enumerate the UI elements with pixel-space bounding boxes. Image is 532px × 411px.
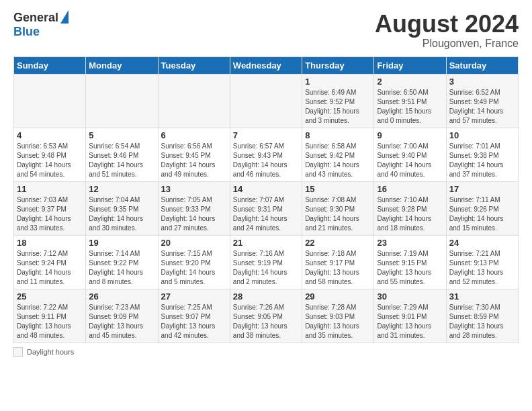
day-number: 18 bbox=[17, 238, 83, 248]
calendar-cell: 25Sunrise: 7:22 AM Sunset: 9:11 PM Dayli… bbox=[14, 289, 86, 342]
day-detail: Sunrise: 7:10 AM Sunset: 9:28 PM Dayligh… bbox=[377, 196, 431, 232]
logo-general-text: General bbox=[13, 11, 58, 25]
logo-triangle-icon bbox=[60, 10, 69, 24]
day-detail: Sunrise: 7:26 AM Sunset: 9:05 PM Dayligh… bbox=[233, 304, 287, 339]
calendar-cell bbox=[230, 74, 302, 128]
calendar-cell: 29Sunrise: 7:28 AM Sunset: 9:03 PM Dayli… bbox=[302, 289, 374, 342]
calendar-cell bbox=[86, 74, 158, 128]
calendar-cell bbox=[158, 74, 230, 128]
day-number: 22 bbox=[305, 238, 371, 248]
page: General Blue August 2024 Plougonven, Fra… bbox=[0, 0, 532, 363]
day-number: 25 bbox=[17, 291, 83, 302]
day-number: 7 bbox=[233, 130, 299, 140]
calendar-cell: 20Sunrise: 7:15 AM Sunset: 9:20 PM Dayli… bbox=[158, 235, 230, 289]
day-number: 10 bbox=[449, 130, 515, 140]
day-number: 8 bbox=[305, 130, 371, 140]
daylight-label: Daylight hours bbox=[27, 348, 74, 356]
calendar-week-row: 11Sunrise: 7:03 AM Sunset: 9:37 PM Dayli… bbox=[14, 181, 519, 235]
day-detail: Sunrise: 7:12 AM Sunset: 9:24 PM Dayligh… bbox=[17, 250, 71, 285]
location-subtitle: Plougonven, France bbox=[375, 38, 519, 50]
calendar-cell: 21Sunrise: 7:16 AM Sunset: 9:19 PM Dayli… bbox=[230, 235, 302, 289]
day-detail: Sunrise: 6:53 AM Sunset: 9:48 PM Dayligh… bbox=[17, 142, 71, 178]
day-number: 9 bbox=[377, 130, 443, 140]
day-detail: Sunrise: 7:07 AM Sunset: 9:31 PM Dayligh… bbox=[233, 196, 287, 232]
daylight-box-icon bbox=[13, 347, 23, 357]
day-detail: Sunrise: 7:29 AM Sunset: 9:01 PM Dayligh… bbox=[377, 304, 431, 339]
day-detail: Sunrise: 7:22 AM Sunset: 9:11 PM Dayligh… bbox=[17, 304, 71, 339]
day-detail: Sunrise: 6:49 AM Sunset: 9:52 PM Dayligh… bbox=[305, 89, 359, 124]
calendar-cell: 8Sunrise: 6:58 AM Sunset: 9:42 PM Daylig… bbox=[302, 128, 374, 181]
calendar-cell: 13Sunrise: 7:05 AM Sunset: 9:33 PM Dayli… bbox=[158, 181, 230, 235]
day-detail: Sunrise: 6:58 AM Sunset: 9:42 PM Dayligh… bbox=[305, 142, 359, 178]
day-detail: Sunrise: 7:14 AM Sunset: 9:22 PM Dayligh… bbox=[89, 250, 143, 285]
day-of-week-header: Friday bbox=[374, 56, 446, 74]
calendar-cell: 5Sunrise: 6:54 AM Sunset: 9:46 PM Daylig… bbox=[86, 128, 158, 181]
day-number: 21 bbox=[233, 238, 299, 248]
calendar-header-row: SundayMondayTuesdayWednesdayThursdayFrid… bbox=[14, 56, 519, 74]
calendar-cell: 28Sunrise: 7:26 AM Sunset: 9:05 PM Dayli… bbox=[230, 289, 302, 342]
day-number: 24 bbox=[449, 238, 515, 248]
day-number: 17 bbox=[449, 184, 515, 194]
calendar-cell: 7Sunrise: 6:57 AM Sunset: 9:43 PM Daylig… bbox=[230, 128, 302, 181]
title-block: August 2024 Plougonven, France bbox=[375, 11, 519, 50]
day-detail: Sunrise: 6:54 AM Sunset: 9:46 PM Dayligh… bbox=[89, 142, 143, 178]
header: General Blue August 2024 Plougonven, Fra… bbox=[13, 11, 519, 50]
day-number: 27 bbox=[161, 291, 227, 302]
day-number: 19 bbox=[89, 238, 154, 248]
day-of-week-header: Wednesday bbox=[230, 56, 302, 74]
day-detail: Sunrise: 7:16 AM Sunset: 9:19 PM Dayligh… bbox=[233, 250, 287, 285]
day-of-week-header: Tuesday bbox=[158, 56, 230, 74]
day-detail: Sunrise: 7:03 AM Sunset: 9:37 PM Dayligh… bbox=[17, 196, 71, 232]
day-detail: Sunrise: 7:00 AM Sunset: 9:40 PM Dayligh… bbox=[377, 142, 431, 178]
day-of-week-header: Saturday bbox=[446, 56, 518, 74]
footer: Daylight hours bbox=[13, 347, 519, 357]
calendar-cell: 24Sunrise: 7:21 AM Sunset: 9:13 PM Dayli… bbox=[446, 235, 518, 289]
day-of-week-header: Thursday bbox=[302, 56, 374, 74]
calendar-cell: 17Sunrise: 7:11 AM Sunset: 9:26 PM Dayli… bbox=[446, 181, 518, 235]
day-number: 1 bbox=[305, 77, 371, 87]
day-number: 3 bbox=[449, 77, 515, 87]
day-detail: Sunrise: 7:08 AM Sunset: 9:30 PM Dayligh… bbox=[305, 196, 359, 232]
calendar-cell: 18Sunrise: 7:12 AM Sunset: 9:24 PM Dayli… bbox=[14, 235, 86, 289]
day-detail: Sunrise: 6:50 AM Sunset: 9:51 PM Dayligh… bbox=[377, 89, 431, 124]
month-year-title: August 2024 bbox=[375, 11, 519, 38]
day-detail: Sunrise: 7:04 AM Sunset: 9:35 PM Dayligh… bbox=[89, 196, 143, 232]
calendar-week-row: 1Sunrise: 6:49 AM Sunset: 9:52 PM Daylig… bbox=[14, 74, 519, 128]
logo-blue-text: Blue bbox=[13, 25, 40, 39]
day-detail: Sunrise: 7:25 AM Sunset: 9:07 PM Dayligh… bbox=[161, 304, 216, 339]
day-number: 16 bbox=[377, 184, 443, 194]
calendar-cell: 26Sunrise: 7:23 AM Sunset: 9:09 PM Dayli… bbox=[86, 289, 158, 342]
day-detail: Sunrise: 7:30 AM Sunset: 8:59 PM Dayligh… bbox=[449, 304, 504, 339]
calendar-cell: 3Sunrise: 6:52 AM Sunset: 9:49 PM Daylig… bbox=[446, 74, 518, 128]
calendar-cell: 10Sunrise: 7:01 AM Sunset: 9:38 PM Dayli… bbox=[446, 128, 518, 181]
day-number: 14 bbox=[233, 184, 299, 194]
day-number: 13 bbox=[161, 184, 227, 194]
day-number: 29 bbox=[305, 291, 371, 302]
calendar-cell: 11Sunrise: 7:03 AM Sunset: 9:37 PM Dayli… bbox=[14, 181, 86, 235]
calendar-table: SundayMondayTuesdayWednesdayThursdayFrid… bbox=[13, 56, 519, 343]
calendar-cell: 12Sunrise: 7:04 AM Sunset: 9:35 PM Dayli… bbox=[86, 181, 158, 235]
calendar-cell: 2Sunrise: 6:50 AM Sunset: 9:51 PM Daylig… bbox=[374, 74, 446, 128]
calendar-week-row: 25Sunrise: 7:22 AM Sunset: 9:11 PM Dayli… bbox=[14, 289, 519, 342]
day-number: 2 bbox=[377, 77, 443, 87]
day-detail: Sunrise: 7:28 AM Sunset: 9:03 PM Dayligh… bbox=[305, 304, 359, 339]
calendar-cell: 14Sunrise: 7:07 AM Sunset: 9:31 PM Dayli… bbox=[230, 181, 302, 235]
day-detail: Sunrise: 7:18 AM Sunset: 9:17 PM Dayligh… bbox=[305, 250, 359, 285]
day-number: 26 bbox=[89, 291, 154, 302]
calendar-week-row: 18Sunrise: 7:12 AM Sunset: 9:24 PM Dayli… bbox=[14, 235, 519, 289]
calendar-cell: 27Sunrise: 7:25 AM Sunset: 9:07 PM Dayli… bbox=[158, 289, 230, 342]
day-detail: Sunrise: 7:11 AM Sunset: 9:26 PM Dayligh… bbox=[449, 196, 504, 232]
day-number: 6 bbox=[161, 130, 227, 140]
day-number: 11 bbox=[17, 184, 83, 194]
day-of-week-header: Monday bbox=[86, 56, 158, 74]
day-detail: Sunrise: 6:57 AM Sunset: 9:43 PM Dayligh… bbox=[233, 142, 287, 178]
day-number: 12 bbox=[89, 184, 154, 194]
day-number: 23 bbox=[377, 238, 443, 248]
day-number: 20 bbox=[161, 238, 227, 248]
day-detail: Sunrise: 7:21 AM Sunset: 9:13 PM Dayligh… bbox=[449, 250, 504, 285]
calendar-cell: 23Sunrise: 7:19 AM Sunset: 9:15 PM Dayli… bbox=[374, 235, 446, 289]
day-detail: Sunrise: 7:23 AM Sunset: 9:09 PM Dayligh… bbox=[89, 304, 143, 339]
calendar-cell: 16Sunrise: 7:10 AM Sunset: 9:28 PM Dayli… bbox=[374, 181, 446, 235]
calendar-cell: 9Sunrise: 7:00 AM Sunset: 9:40 PM Daylig… bbox=[374, 128, 446, 181]
day-number: 28 bbox=[233, 291, 299, 302]
